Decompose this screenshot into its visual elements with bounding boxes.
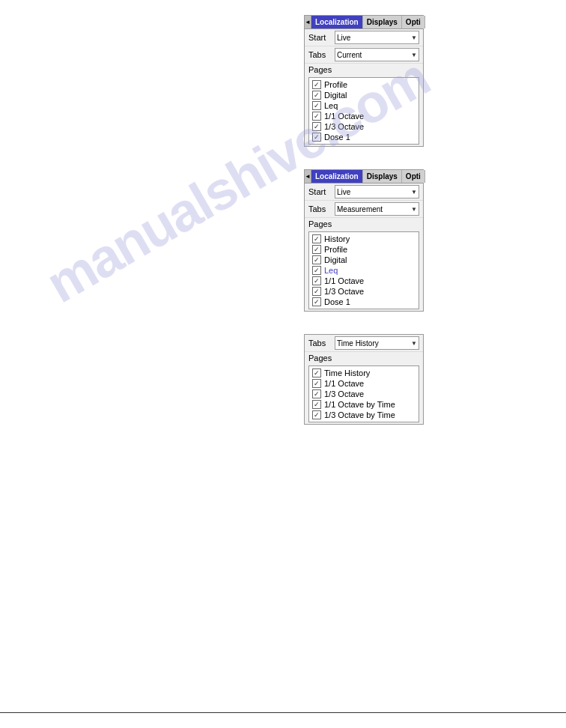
tab-localization-1[interactable]: Localization — [311, 16, 363, 28]
start-label-2: Start — [308, 187, 335, 196]
page-11oct-3: 1/1 Octave — [324, 379, 364, 388]
pages-list-3: Time History 1/1 Octave 1/3 Octave 1/1 O… — [308, 365, 419, 422]
page-digital-2: Digital — [324, 255, 347, 264]
list-item[interactable]: 1/1 Octave — [311, 378, 417, 389]
tab-displays-1[interactable]: Displays — [363, 16, 402, 28]
tab-bar-2: ◄ Localization Displays Opti — [305, 170, 423, 183]
start-row-2: Start Live ▼ — [305, 183, 423, 201]
checkbox-digital-1[interactable] — [312, 91, 321, 100]
checkbox-history-2[interactable] — [312, 234, 321, 243]
tabs-row-2: Tabs Measurement ▼ — [305, 201, 423, 218]
list-item[interactable]: History — [311, 234, 417, 244]
list-item[interactable]: Time History — [311, 368, 417, 378]
checkbox-11oct-1[interactable] — [312, 112, 321, 121]
panels-wrapper: ◄ Localization Displays Opti Start Live … — [0, 15, 566, 447]
checkbox-dose1-1[interactable] — [312, 133, 321, 142]
list-item[interactable]: 1/3 Octave — [311, 121, 417, 132]
checkbox-dose1-2[interactable] — [312, 297, 321, 306]
page-11oct-1: 1/1 Octave — [324, 112, 364, 121]
checkbox-11octbytime-3[interactable] — [312, 400, 321, 409]
tabs-select-arrow-2: ▼ — [411, 206, 417, 213]
page-11oct-2: 1/1 Octave — [324, 276, 364, 285]
page-dose1-1: Dose 1 — [324, 133, 350, 142]
list-item[interactable]: Profile — [311, 244, 417, 255]
checkbox-leq-2[interactable] — [312, 266, 321, 275]
page-profile-1: Profile — [324, 80, 347, 89]
list-item[interactable]: Dose 1 — [311, 132, 417, 142]
pages-label-3: Pages — [305, 352, 423, 364]
start-label-1: Start — [308, 33, 335, 42]
start-select-1[interactable]: Live ▼ — [335, 31, 419, 44]
tab-bar-1: ◄ Localization Displays Opti — [305, 16, 423, 29]
tabs-label-3: Tabs — [308, 339, 335, 348]
checkbox-profile-1[interactable] — [312, 80, 321, 89]
tabs-value-3: Time History — [337, 339, 379, 348]
page-leq-2: Leq — [324, 266, 338, 275]
tab-localization-2[interactable]: Localization — [311, 170, 363, 183]
checkbox-timehistory-3[interactable] — [312, 368, 321, 377]
list-item[interactable]: 1/3 Octave by Time — [311, 410, 417, 420]
panel-3: Tabs Time History ▼ Pages Time History 1… — [304, 334, 424, 425]
tab-opti-2[interactable]: Opti — [402, 170, 425, 183]
tabs-select-2[interactable]: Measurement ▼ — [335, 202, 419, 216]
list-item[interactable]: Dose 1 — [311, 297, 417, 307]
page-13oct-1: 1/3 Octave — [324, 122, 364, 131]
list-item[interactable]: 1/1 Octave — [311, 276, 417, 286]
checkbox-11oct-3[interactable] — [312, 379, 321, 388]
bottom-line — [0, 712, 566, 713]
panel-1: ◄ Localization Displays Opti Start Live … — [304, 15, 424, 147]
tabs-select-3[interactable]: Time History ▼ — [335, 336, 419, 350]
checkbox-13oct-3[interactable] — [312, 389, 321, 398]
checkbox-digital-2[interactable] — [312, 255, 321, 264]
list-item[interactable]: 1/1 Octave — [311, 111, 417, 121]
tabs-label-1: Tabs — [308, 50, 335, 59]
tabs-value-1: Current — [337, 51, 362, 59]
panel-2: ◄ Localization Displays Opti Start Live … — [304, 169, 424, 312]
list-item[interactable]: Digital — [311, 90, 417, 100]
start-value-2: Live — [337, 188, 350, 196]
tab-displays-2[interactable]: Displays — [363, 170, 402, 183]
list-item[interactable]: Digital — [311, 255, 417, 265]
start-arrow-2: ▼ — [411, 189, 417, 195]
list-item[interactable]: Leq — [311, 265, 417, 276]
checkbox-leq-1[interactable] — [312, 101, 321, 110]
page-history-2: History — [324, 234, 350, 243]
tabs-label-2: Tabs — [308, 204, 335, 213]
pages-label-2: Pages — [305, 218, 423, 230]
tabs-select-1[interactable]: Current ▼ — [335, 48, 419, 61]
list-item[interactable]: 1/3 Octave — [311, 389, 417, 399]
list-item[interactable]: Profile — [311, 79, 417, 90]
checkbox-13octbytime-3[interactable] — [312, 410, 321, 419]
page-13octbytime-3: 1/3 Octave by Time — [324, 410, 395, 419]
page-container: manualshive.com ◄ Localization Displays … — [0, 0, 566, 728]
page-timehistory-3: Time History — [324, 368, 370, 377]
page-13oct-2: 1/3 Octave — [324, 287, 364, 296]
tab-arrow-2[interactable]: ◄ — [305, 170, 311, 183]
page-profile-2: Profile — [324, 245, 347, 254]
tabs-row-3: Tabs Time History ▼ — [305, 335, 423, 352]
pages-list-1: Profile Digital Leq 1/1 Octave 1/3 Octav… — [308, 77, 419, 145]
page-11octbytime-3: 1/1 Octave by Time — [324, 400, 395, 409]
checkbox-13oct-1[interactable] — [312, 122, 321, 131]
list-item[interactable]: 1/3 Octave — [311, 286, 417, 297]
tabs-value-2: Measurement — [337, 205, 383, 213]
list-item[interactable]: 1/1 Octave by Time — [311, 399, 417, 410]
pages-label-1: Pages — [305, 64, 423, 76]
page-13oct-3: 1/3 Octave — [324, 389, 364, 398]
tab-opti-1[interactable]: Opti — [402, 16, 425, 28]
page-dose1-2: Dose 1 — [324, 297, 350, 306]
checkbox-13oct-2[interactable] — [312, 287, 321, 296]
checkbox-profile-2[interactable] — [312, 245, 321, 254]
tabs-row-1: Tabs Current ▼ — [305, 46, 423, 64]
tab-arrow-1[interactable]: ◄ — [305, 16, 311, 28]
checkbox-11oct-2[interactable] — [312, 276, 321, 285]
pages-list-2: History Profile Digital Leq 1/1 Octave — [308, 231, 419, 309]
start-arrow-1: ▼ — [411, 34, 417, 41]
page-leq-1: Leq — [324, 101, 338, 110]
tabs-select-arrow-1: ▼ — [411, 52, 417, 58]
list-item[interactable]: Leq — [311, 100, 417, 111]
page-digital-1: Digital — [324, 91, 347, 100]
start-select-2[interactable]: Live ▼ — [335, 185, 419, 198]
start-value-1: Live — [337, 34, 350, 42]
tabs-select-arrow-3: ▼ — [411, 340, 417, 347]
